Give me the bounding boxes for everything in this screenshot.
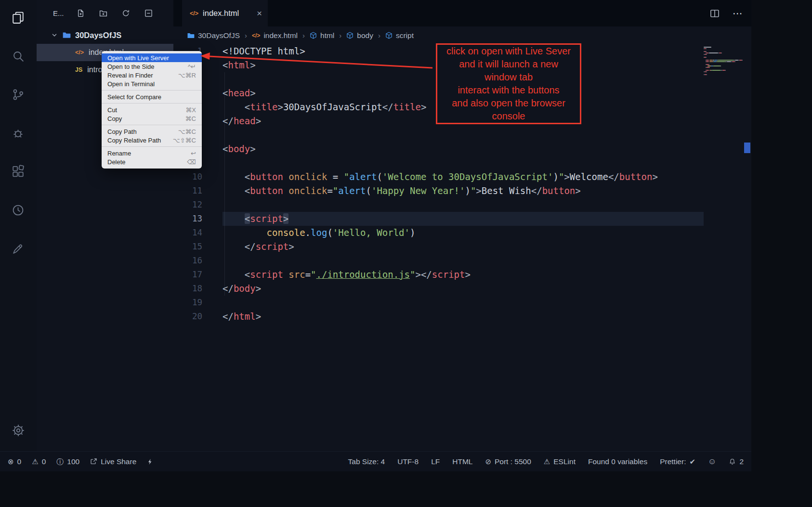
code-text: </script> (223, 240, 294, 254)
status-item-smiley[interactable]: ☺ (708, 457, 716, 466)
menu-separator (102, 90, 202, 91)
menu-item-shortcut: ⌘X (185, 106, 196, 114)
breadcrumb-item-html[interactable]: html (310, 31, 334, 40)
menu-item-label: Open in Terminal (107, 80, 155, 88)
close-icon[interactable]: × (257, 8, 262, 19)
code-text: <body> (223, 142, 256, 156)
explorer-icon[interactable] (11, 11, 26, 25)
menu-item-open-in-terminal[interactable]: Open in Terminal (102, 79, 202, 88)
status-item-100[interactable]: ⓘ100 (56, 457, 79, 466)
line-number: 12 (173, 198, 202, 212)
extensions-icon[interactable] (11, 165, 26, 179)
new-folder-icon[interactable] (99, 9, 107, 17)
status-item-prettier[interactable]: Prettier:✔ (660, 457, 695, 466)
menu-item-label: Open to the Side (107, 63, 155, 70)
status-item-bolt[interactable] (147, 458, 154, 466)
root-folder-row[interactable]: 30DaysOfJS (37, 26, 173, 44)
code-line[interactable]: 12 (173, 198, 704, 212)
code-line[interactable]: 16 (173, 254, 704, 268)
warning-icon: ⚠ (32, 458, 38, 465)
minimap[interactable] (704, 47, 745, 75)
status-item-0[interactable]: ⊗0 (8, 457, 21, 466)
code-text: <script src="./introduction.js"></script… (223, 268, 471, 282)
code-line[interactable]: 13 <script> (173, 212, 704, 226)
menu-item-shortcut: ⌫ (187, 158, 196, 166)
tab-index-html[interactable]: </> index.html × (182, 0, 268, 26)
line-number: 17 (173, 268, 202, 282)
menu-item-reveal-in-finder[interactable]: Reveal in Finder⌥⌘R (102, 71, 202, 79)
minimap-line (704, 73, 745, 74)
code-line[interactable]: 10 <button onclick = "alert('Welcome to … (173, 170, 704, 184)
timeline-icon[interactable] (11, 203, 26, 218)
run-debug-icon[interactable] (11, 126, 26, 141)
code-line[interactable]: 9 (173, 156, 704, 170)
minimap-line (704, 58, 745, 59)
menu-item-shortcut: ↩ (191, 150, 196, 157)
status-item-found-0-variables[interactable]: Found 0 variables (588, 457, 647, 466)
menu-item-delete[interactable]: Delete⌫ (102, 157, 202, 166)
testing-icon[interactable] (11, 242, 26, 256)
menu-item-open-with-live-server[interactable]: Open with Live Server (102, 53, 202, 62)
code-line[interactable]: 17 <script src="./introduction.js"></scr… (173, 268, 704, 282)
search-icon[interactable] (11, 49, 26, 64)
minimap-line (704, 74, 745, 75)
line-number: 16 (173, 254, 202, 268)
minimap-line (704, 55, 745, 56)
breadcrumb-label: index.html (263, 31, 298, 40)
code-text: </body> (223, 282, 261, 296)
menu-item-cut[interactable]: Cut⌘X (102, 105, 202, 114)
breadcrumb-item-30daysofjs[interactable]: 30DaysOfJS (187, 31, 240, 40)
status-item-utf-8[interactable]: UTF-8 (397, 457, 419, 466)
code-line[interactable]: 18</body> (173, 282, 704, 296)
menu-item-rename[interactable]: Rename↩ (102, 149, 202, 157)
new-file-icon[interactable] (77, 9, 85, 17)
code-line[interactable]: 8<body> (173, 142, 704, 156)
folder-icon (187, 32, 195, 39)
settings-gear-icon[interactable] (11, 423, 26, 438)
code-line[interactable]: 7 (173, 128, 704, 142)
status-item-2[interactable]: 2 (729, 457, 744, 466)
menu-item-copy[interactable]: Copy⌘C (102, 114, 202, 123)
minimap-line (704, 52, 745, 53)
line-number: 14 (173, 226, 202, 240)
breadcrumb-item-script[interactable]: script (385, 31, 414, 40)
source-control-icon[interactable] (11, 88, 26, 102)
status-item-live-share[interactable]: Live Share (90, 457, 136, 466)
more-actions-icon[interactable]: ⋯ (733, 8, 743, 18)
status-item-0[interactable]: ⚠0 (32, 457, 46, 466)
html-file-icon: </> (75, 49, 84, 56)
code-text: <button onclick = "alert('Welcome to 30D… (223, 170, 658, 184)
collapse-all-icon[interactable] (144, 9, 153, 17)
menu-item-label: Rename (107, 150, 131, 157)
status-item-port-5500[interactable]: ⊘Port : 5500 (485, 457, 531, 466)
code-line[interactable]: 19 (173, 296, 704, 310)
refresh-icon[interactable] (122, 9, 130, 17)
code-line[interactable]: 20</html> (173, 310, 704, 324)
status-left: ⊗0⚠0ⓘ100Live Share (8, 457, 154, 466)
status-item-tab-size-4[interactable]: Tab Size: 4 (348, 457, 385, 466)
menu-item-copy-path[interactable]: Copy Path⌥⌘C (102, 127, 202, 136)
status-label: 0 (42, 457, 46, 466)
breadcrumb-label: html (320, 31, 334, 40)
breadcrumb-item-index-html[interactable]: </>index.html (252, 31, 298, 40)
bolt-icon (147, 458, 154, 466)
status-item-eslint[interactable]: ⚠ESLint (544, 457, 576, 466)
status-item-lf[interactable]: LF (431, 457, 440, 466)
menu-item-copy-relative-path[interactable]: Copy Relative Path⌥⇧⌘C (102, 136, 202, 144)
menu-separator (102, 125, 202, 125)
split-editor-icon[interactable] (709, 8, 720, 19)
menu-item-shortcut: ⌘C (185, 115, 196, 122)
menu-item-open-to-the-side[interactable]: Open to the Side^↵ (102, 62, 202, 71)
minimap-line (704, 64, 745, 65)
status-item-html[interactable]: HTML (452, 457, 472, 466)
annotation-line: click on open with Live Sever (437, 45, 580, 58)
code-line[interactable]: 15 </script> (173, 240, 704, 254)
annotation-line: and also open the browser (437, 97, 580, 110)
menu-item-select-for-compare[interactable]: Select for Compare (102, 92, 202, 101)
menu-item-shortcut: ⌥⌘R (178, 72, 196, 79)
breadcrumb-item-body[interactable]: body (346, 31, 373, 40)
code-line[interactable]: 14 console.log('Hello, World') (173, 226, 704, 240)
line-number: 11 (173, 184, 202, 198)
code-text: <html> (223, 58, 256, 72)
code-line[interactable]: 11 <button onclick="alert('Happy New Yea… (173, 184, 704, 198)
